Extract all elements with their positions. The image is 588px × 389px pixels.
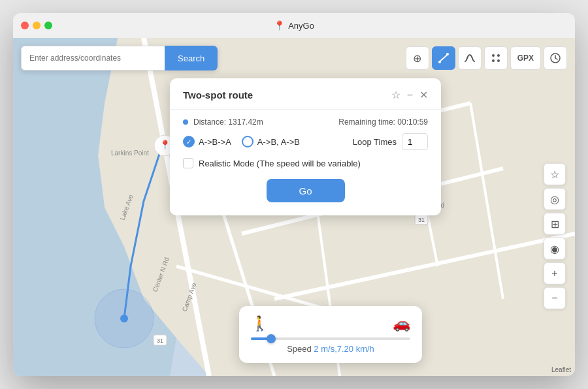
radio-unchecked [242, 136, 253, 148]
minimize-dialog-button[interactable]: − [407, 89, 413, 101]
remaining-time-text: Remaining time: 00:10:59 [338, 117, 428, 127]
minimize-button[interactable] [33, 22, 41, 29]
search-input[interactable] [21, 46, 165, 70]
waypoint-icon [490, 52, 502, 64]
waypoint-button[interactable] [484, 46, 508, 70]
go-button[interactable]: Go [267, 179, 345, 202]
title-text: AnyGo [288, 21, 314, 31]
svg-point-29 [492, 54, 495, 57]
toolbar-icons: ⊕ [406, 46, 567, 70]
car-icon: 🚗 [393, 315, 410, 332]
close-button[interactable] [21, 22, 29, 29]
svg-text:📍: 📍 [159, 140, 171, 151]
walk-icon: 🚶 [251, 315, 269, 332]
speed-slider-track [251, 337, 410, 340]
path-button[interactable] [458, 46, 482, 70]
svg-point-27 [438, 61, 441, 63]
plus-icon: + [551, 268, 557, 279]
route-dialog: Two-spot route ☆ − ✕ Distance: 1317.42m … [170, 78, 441, 215]
history-button[interactable] [544, 46, 567, 70]
realistic-mode-checkbox[interactable] [183, 158, 193, 168]
maximize-button[interactable] [44, 22, 52, 29]
option-a-route[interactable]: ✓ A->B->A [183, 136, 231, 148]
speed-value-text: 2 m/s,7.20 km/h [314, 344, 374, 354]
crosshair-icon: ⊕ [413, 52, 421, 65]
zoom-in-button[interactable]: + [544, 262, 566, 285]
traffic-lights [21, 22, 52, 29]
crosshair-button[interactable]: ⊕ [406, 46, 429, 70]
top-toolbar: Search ⊕ [21, 46, 567, 70]
gpx-button[interactable]: GPX [510, 46, 541, 70]
route-icon [438, 52, 449, 64]
compass-button[interactable]: ◎ [544, 188, 566, 210]
dialog-header: Two-spot route ☆ − ✕ [183, 89, 428, 101]
dialog-controls: ☆ − ✕ [391, 89, 428, 101]
layers-icon: ⊞ [551, 217, 559, 230]
path-icon [464, 52, 476, 64]
clock-icon [549, 52, 561, 64]
titlebar: 📍 AnyGo [13, 13, 575, 38]
zoom-out-button[interactable]: − [544, 287, 566, 309]
favorite-dialog-button[interactable]: ☆ [391, 89, 400, 101]
loop-times-input[interactable] [402, 133, 428, 150]
realistic-mode: Realistic Mode (The speed will be variab… [183, 158, 428, 168]
dialog-title: Two-spot route [183, 89, 253, 101]
svg-point-28 [446, 53, 449, 55]
check-mark: ✓ [186, 138, 191, 146]
route-button[interactable] [432, 46, 455, 70]
svg-text:Larkins Point: Larkins Point [111, 149, 149, 157]
svg-text:31: 31 [157, 337, 163, 344]
compass-icon: ◎ [550, 193, 559, 205]
option-b-route[interactable]: A->B, A->B [242, 136, 300, 148]
star-icon: ☆ [550, 168, 559, 180]
dialog-divider [170, 109, 441, 110]
close-dialog-button[interactable]: ✕ [419, 89, 428, 101]
option-b-label: A->B, A->B [257, 137, 300, 147]
loop-times-label: Loop Times [353, 137, 397, 147]
map-area[interactable]: Madison Ave Black Pt Black Rd Lake Ave C… [13, 38, 575, 376]
map-layers-button[interactable]: ⊞ [544, 213, 566, 235]
speed-icons-row: 🚶 🚗 [251, 315, 410, 332]
minus-icon: − [551, 292, 557, 304]
dialog-info-row: Distance: 1317.42m Remaining time: 00:10… [183, 117, 428, 127]
app-title: 📍 AnyGo [274, 20, 314, 31]
svg-text:31: 31 [418, 217, 425, 223]
svg-point-32 [497, 59, 500, 62]
svg-point-31 [492, 59, 495, 62]
speed-slider-container[interactable] [251, 337, 410, 340]
route-options: ✓ A->B->A A->B, A->B Loop Times [183, 133, 428, 150]
right-toolbar: ☆ ◎ ⊞ ◉ + − [544, 163, 566, 309]
leaflet-badge: Leaflet [551, 366, 571, 373]
speed-panel: 🚶 🚗 Speed 2 m/s,7.20 km/h [239, 306, 422, 363]
search-button[interactable]: Search [165, 46, 218, 70]
radio-checked: ✓ [183, 136, 195, 148]
speed-slider-thumb[interactable] [267, 334, 276, 343]
svg-point-30 [497, 54, 500, 57]
search-area: Search [21, 46, 218, 70]
app-window: 📍 AnyGo Madison Ave Black Pt Bl [13, 13, 575, 376]
option-a-label: A->B->A [199, 137, 231, 147]
distance-text: Distance: 1317.42m [193, 117, 333, 127]
pin-icon: 📍 [274, 20, 285, 31]
speed-label-text: Speed [287, 344, 314, 354]
speed-label: Speed 2 m/s,7.20 km/h [251, 344, 410, 354]
favorites-button[interactable]: ☆ [544, 163, 566, 185]
location-icon: ◉ [550, 242, 559, 255]
svg-line-35 [555, 58, 557, 59]
realistic-mode-label: Realistic Mode (The speed will be variab… [199, 159, 361, 168]
my-location-button[interactable]: ◉ [544, 238, 566, 260]
svg-point-20 [120, 315, 128, 322]
loop-times: Loop Times [353, 133, 428, 150]
blue-dot [183, 119, 188, 125]
